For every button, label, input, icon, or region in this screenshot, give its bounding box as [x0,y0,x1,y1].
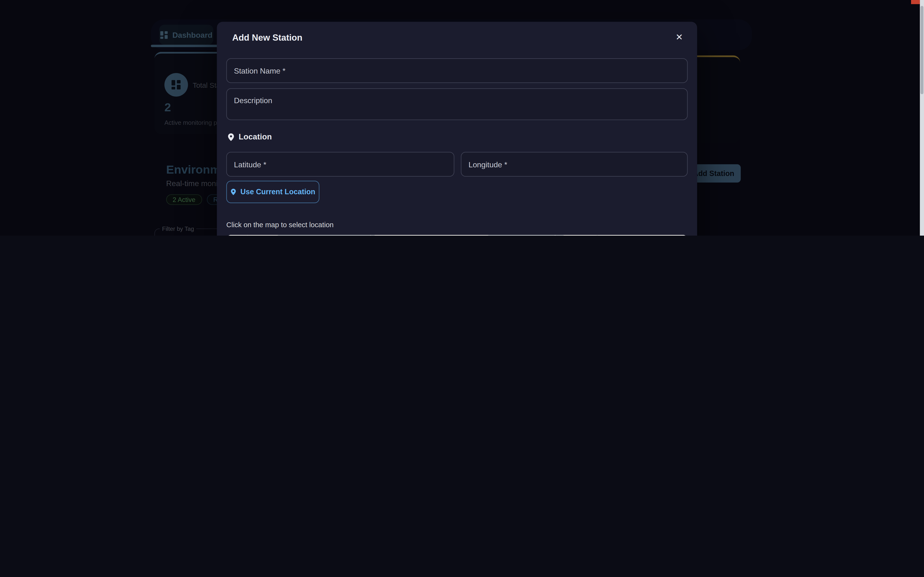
location-section-header: Location [228,132,272,141]
close-icon[interactable]: ✕ [676,32,683,42]
dialog-title: Add New Station [232,32,302,43]
location-pin-icon [228,133,234,141]
scrollbar-track[interactable] [920,0,924,235]
station-name-input[interactable] [226,58,688,83]
map-geography [226,235,688,235]
use-current-location-button[interactable]: Use Current Location [226,181,319,203]
scrollbar-thumb[interactable] [921,6,923,94]
map-hint-text: Click on the map to select location [226,221,333,229]
description-input[interactable] [226,88,688,120]
notification-indicator [911,0,920,4]
app-root: Dashboard Total Stations 2 Active monito… [0,0,924,235]
add-station-dialog: Add New Station ✕ Location Use Current L… [217,22,697,235]
latitude-input[interactable] [226,152,454,177]
location-map[interactable]: CALABRIACatanzaroCorfuIoanninaLarissaGRE… [226,235,688,235]
current-location-pin-icon [230,189,236,195]
longitude-input[interactable] [461,152,688,177]
